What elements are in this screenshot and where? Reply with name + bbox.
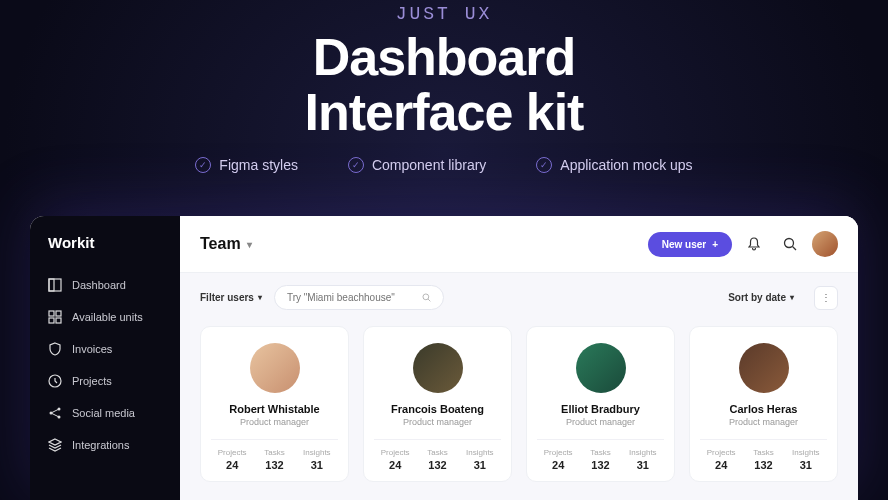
- filter-users-button[interactable]: Filter users ▾: [200, 292, 262, 303]
- feature-item: ✓ Application mock ups: [536, 157, 692, 173]
- user-avatar[interactable]: [812, 231, 838, 257]
- user-role: Product manager: [211, 417, 338, 427]
- clock-icon: [48, 374, 62, 388]
- stat-label: Projects: [700, 448, 742, 457]
- shield-icon: [48, 342, 62, 356]
- plus-icon: +: [712, 239, 718, 250]
- stat-label: Tasks: [742, 448, 784, 457]
- svg-point-11: [423, 294, 429, 300]
- stat-value: 132: [579, 459, 621, 471]
- stat-value: 31: [622, 459, 664, 471]
- sidebar-item-label: Social media: [72, 407, 135, 419]
- sidebar-item-label: Invoices: [72, 343, 112, 355]
- user-name: Carlos Heras: [700, 403, 827, 415]
- user-stats: Projects24 Tasks132 Insights31: [537, 439, 664, 471]
- sidebar-item-social[interactable]: Social media: [30, 397, 180, 429]
- page-title[interactable]: Team ▾: [200, 235, 252, 253]
- check-icon: ✓: [536, 157, 552, 173]
- check-icon: ✓: [195, 157, 211, 173]
- stat-label: Tasks: [416, 448, 458, 457]
- sidebar-item-projects[interactable]: Projects: [30, 365, 180, 397]
- stat-value: 31: [459, 459, 501, 471]
- stat-label: Projects: [211, 448, 253, 457]
- feature-label: Application mock ups: [560, 157, 692, 173]
- hero-title: Dashboard Interface kit: [0, 30, 888, 139]
- topbar: Team ▾ New user +: [180, 216, 858, 273]
- svg-point-10: [785, 239, 794, 248]
- feature-item: ✓ Component library: [348, 157, 486, 173]
- user-cards: Robert Whistable Product manager Project…: [180, 322, 858, 482]
- user-role: Product manager: [700, 417, 827, 427]
- svg-rect-2: [49, 311, 54, 316]
- user-stats: Projects24 Tasks132 Insights31: [211, 439, 338, 471]
- app-window: Workit Dashboard Available units Invoice…: [30, 216, 858, 500]
- stat-label: Tasks: [579, 448, 621, 457]
- search-icon: [422, 292, 431, 303]
- stat-value: 24: [537, 459, 579, 471]
- notifications-button[interactable]: [740, 230, 768, 258]
- svg-rect-1: [49, 279, 54, 291]
- user-name: Francois Boateng: [374, 403, 501, 415]
- stat-label: Insights: [459, 448, 501, 457]
- chevron-down-icon: ▾: [790, 293, 794, 302]
- user-role: Product manager: [374, 417, 501, 427]
- sidebar-item-label: Projects: [72, 375, 112, 387]
- stat-value: 24: [700, 459, 742, 471]
- search-input[interactable]: [287, 292, 414, 303]
- search-field[interactable]: [274, 285, 444, 310]
- bell-icon: [747, 237, 761, 251]
- chevron-down-icon: ▾: [258, 293, 262, 302]
- user-name: Robert Whistable: [211, 403, 338, 415]
- stat-label: Insights: [785, 448, 827, 457]
- app-logo: Workit: [30, 234, 180, 269]
- more-options-button[interactable]: ⋮: [814, 286, 838, 310]
- main-content: Team ▾ New user + Filter users ▾: [180, 216, 858, 500]
- feature-label: Figma styles: [219, 157, 298, 173]
- sidebar-item-label: Integrations: [72, 439, 129, 451]
- user-stats: Projects24 Tasks132 Insights31: [374, 439, 501, 471]
- chevron-down-icon: ▾: [247, 239, 252, 250]
- stat-value: 24: [211, 459, 253, 471]
- stat-value: 31: [785, 459, 827, 471]
- stat-value: 24: [374, 459, 416, 471]
- layers-icon: [48, 438, 62, 452]
- dashboard-icon: [48, 278, 62, 292]
- brand-label: JUST UX: [0, 4, 888, 24]
- user-card[interactable]: Robert Whistable Product manager Project…: [200, 326, 349, 482]
- check-icon: ✓: [348, 157, 364, 173]
- svg-rect-5: [56, 318, 61, 323]
- avatar: [739, 343, 789, 393]
- svg-rect-4: [49, 318, 54, 323]
- search-button[interactable]: [776, 230, 804, 258]
- sidebar-item-label: Dashboard: [72, 279, 126, 291]
- stat-value: 132: [416, 459, 458, 471]
- stat-label: Projects: [537, 448, 579, 457]
- stat-label: Projects: [374, 448, 416, 457]
- feature-list: ✓ Figma styles ✓ Component library ✓ App…: [0, 157, 888, 173]
- stat-value: 132: [742, 459, 784, 471]
- stat-label: Insights: [296, 448, 338, 457]
- sidebar-item-dashboard[interactable]: Dashboard: [30, 269, 180, 301]
- svg-rect-0: [49, 279, 61, 291]
- sidebar-item-units[interactable]: Available units: [30, 301, 180, 333]
- user-card[interactable]: Elliot Bradbury Product manager Projects…: [526, 326, 675, 482]
- feature-label: Component library: [372, 157, 486, 173]
- dots-icon: ⋮: [821, 292, 831, 303]
- stat-label: Tasks: [253, 448, 295, 457]
- user-card[interactable]: Carlos Heras Product manager Projects24 …: [689, 326, 838, 482]
- user-name: Elliot Bradbury: [537, 403, 664, 415]
- user-role: Product manager: [537, 417, 664, 427]
- share-icon: [48, 406, 62, 420]
- sidebar-item-label: Available units: [72, 311, 143, 323]
- new-user-button[interactable]: New user +: [648, 232, 732, 257]
- grid-icon: [48, 310, 62, 324]
- sort-button[interactable]: Sort by date ▾: [728, 292, 794, 303]
- sidebar-item-invoices[interactable]: Invoices: [30, 333, 180, 365]
- sidebar-item-integrations[interactable]: Integrations: [30, 429, 180, 461]
- stat-label: Insights: [622, 448, 664, 457]
- user-card[interactable]: Francois Boateng Product manager Project…: [363, 326, 512, 482]
- filter-bar: Filter users ▾ Sort by date ▾ ⋮: [180, 273, 858, 322]
- stat-value: 31: [296, 459, 338, 471]
- search-icon: [783, 237, 797, 251]
- avatar: [413, 343, 463, 393]
